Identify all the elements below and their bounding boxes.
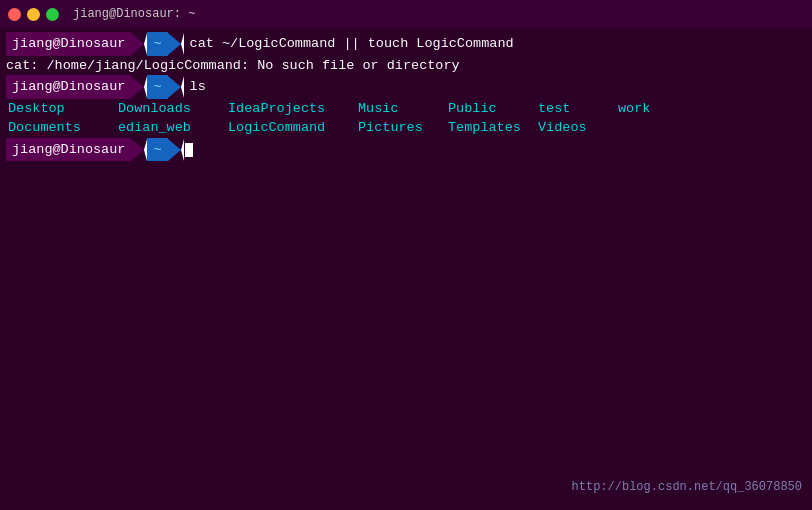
prompt-dir-3: ~ bbox=[147, 138, 167, 162]
close-button[interactable] bbox=[8, 8, 21, 21]
ls-item-test: test bbox=[536, 99, 616, 119]
terminal-cursor bbox=[185, 143, 193, 157]
maximize-button[interactable] bbox=[46, 8, 59, 21]
ls-item-work: work bbox=[616, 99, 686, 119]
prompt-dir-2: ~ bbox=[147, 75, 167, 99]
ls-item-public: Public bbox=[446, 99, 536, 119]
ls-item-desktop: Desktop bbox=[6, 99, 116, 119]
window-title: jiang@Dinosaur: ~ bbox=[73, 7, 195, 21]
titlebar: jiang@Dinosaur: ~ bbox=[0, 0, 812, 28]
command-1: cat ~/LogicCommand || touch LogicCommand bbox=[190, 34, 514, 54]
arrow-2a bbox=[131, 76, 147, 98]
prompt-dir-1: ~ bbox=[147, 32, 167, 56]
ls-item-templates: Templates bbox=[446, 118, 536, 138]
ls-item-ideaprojects: IdeaProjects bbox=[226, 99, 356, 119]
prompt-line-2: jiang@Dinosaur ~ ls bbox=[6, 75, 806, 99]
terminal-body[interactable]: jiang@Dinosaur ~ cat ~/LogicCommand || t… bbox=[0, 28, 812, 510]
prompt-user-1: jiang@Dinosaur bbox=[6, 32, 131, 56]
ls-item-edian-web: edian_web bbox=[116, 118, 226, 138]
arrow-3a bbox=[131, 139, 147, 161]
arrow-1a bbox=[131, 33, 147, 55]
ls-item-videos: Videos bbox=[536, 118, 616, 138]
arrow-3b bbox=[168, 139, 184, 161]
prompt-user-3: jiang@Dinosaur bbox=[6, 138, 131, 162]
ls-item-pictures: Pictures bbox=[356, 118, 446, 138]
ls-item-music: Music bbox=[356, 99, 446, 119]
ls-item-logiccommand: LogicCommand bbox=[226, 118, 356, 138]
terminal-window: jiang@Dinosaur: ~ jiang@Dinosaur ~ cat ~… bbox=[0, 0, 812, 510]
ls-output: Desktop Downloads IdeaProjects Music Pub… bbox=[6, 99, 806, 138]
prompt-line-3: jiang@Dinosaur ~ bbox=[6, 138, 806, 162]
error-text: cat: /home/jiang/LogicCommand: No such f… bbox=[6, 56, 806, 76]
arrow-1b bbox=[168, 33, 184, 55]
ls-item-documents: Documents bbox=[6, 118, 116, 138]
ls-item-downloads: Downloads bbox=[116, 99, 226, 119]
minimize-button[interactable] bbox=[27, 8, 40, 21]
prompt-user-2: jiang@Dinosaur bbox=[6, 75, 131, 99]
command-2: ls bbox=[190, 77, 206, 97]
watermark: http://blog.csdn.net/qq_36078850 bbox=[572, 479, 802, 496]
arrow-2b bbox=[168, 76, 184, 98]
output-line-1: cat: /home/jiang/LogicCommand: No such f… bbox=[6, 56, 806, 76]
prompt-line-1: jiang@Dinosaur ~ cat ~/LogicCommand || t… bbox=[6, 32, 806, 56]
